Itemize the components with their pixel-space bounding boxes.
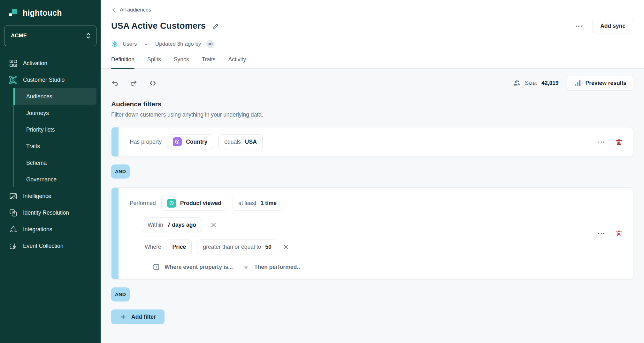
code-view-icon[interactable]	[149, 79, 157, 87]
sidebar-item-customer-studio[interactable]: Customer Studio	[0, 72, 101, 88]
intelligence-icon	[9, 192, 18, 201]
redo-icon[interactable]	[130, 80, 137, 87]
time-window-chip[interactable]: Within 7 days ago	[142, 217, 202, 232]
avatar[interactable]: JD	[206, 40, 214, 48]
logo[interactable]: hightouch	[0, 0, 101, 18]
sidebar-item-label: Intelligence	[23, 193, 51, 200]
workspace-name: ACME	[11, 33, 27, 39]
add-event-property-link[interactable]: Where event property is...	[153, 263, 233, 271]
sidebar-item-intelligence[interactable]: Intelligence	[0, 188, 101, 204]
sidebar-item-integrations[interactable]: Integrations	[0, 221, 101, 238]
filter-more-options-icon[interactable]	[597, 230, 605, 237]
tab-definition[interactable]: Definition	[111, 56, 134, 68]
then-performed-link[interactable]: Then performed..	[242, 263, 300, 271]
sidebar-item-priority-lists[interactable]: Priority lists	[13, 121, 96, 138]
add-event-property-label: Where event property is...	[165, 264, 233, 271]
sidebar-item-label: Event Collection	[23, 243, 63, 249]
preview-results-label: Preview results	[586, 80, 626, 87]
delete-filter-icon[interactable]	[615, 138, 623, 146]
plus-square-icon	[153, 263, 160, 271]
clock-icon	[167, 199, 176, 208]
updated-text: Updated 3h ago by	[155, 41, 201, 47]
where-label: Where	[145, 244, 161, 250]
snowflake-source-icon	[111, 41, 119, 48]
event-chip-product-viewed[interactable]: Product viewed	[161, 196, 227, 210]
customer-studio-subnav: Audiences Journeys Priority lists Traits…	[13, 88, 96, 188]
definition-content: Size: 42,019 Preview results Audience fi…	[101, 69, 644, 343]
customer-studio-icon	[9, 76, 18, 84]
frequency-value: 1 time	[260, 200, 277, 207]
undo-icon[interactable]	[111, 80, 119, 87]
condition-value: USA	[245, 139, 257, 145]
sidebar-item-audiences[interactable]: Audiences	[13, 88, 96, 105]
sidebar-item-identity-resolution[interactable]: Identity Resolution	[0, 204, 101, 221]
tab-syncs[interactable]: Syncs	[174, 56, 189, 68]
property-filter-card: Has property Country equals USA	[111, 127, 633, 157]
preview-results-button[interactable]: Preview results	[567, 76, 633, 90]
people-group-icon	[513, 79, 521, 87]
where-value: 50	[265, 244, 271, 250]
where-property-chip[interactable]: Price	[167, 240, 192, 254]
tab-activity[interactable]: Activity	[228, 56, 246, 68]
tabs-bar: Definition Splits Syncs Traits Activity	[101, 56, 644, 69]
sidebar: hightouch ACME Activation	[0, 0, 101, 343]
condition-operator: equals	[224, 139, 241, 145]
sidebar-item-label: Identity Resolution	[23, 210, 69, 216]
sidebar-item-label: Integrations	[23, 226, 52, 233]
sidebar-item-schema[interactable]: Schema	[13, 155, 96, 171]
sidebar-item-governance[interactable]: Governance	[13, 171, 96, 188]
window-value: 7 days ago	[167, 222, 196, 228]
condition-chip-equals-usa[interactable]: equals USA	[218, 134, 263, 149]
and-operator-badge[interactable]: AND	[111, 164, 130, 179]
sidebar-item-label: Audiences	[26, 93, 52, 100]
where-condition-chip[interactable]: greater than or equal to 50	[197, 240, 277, 254]
frequency-operator: at least	[238, 200, 256, 207]
sidebar-item-label: Journeys	[26, 110, 49, 117]
sidebar-item-label: Customer Studio	[23, 77, 65, 83]
integrations-icon	[9, 225, 18, 234]
source-name[interactable]: Users	[123, 41, 137, 47]
property-chip-country[interactable]: Country	[167, 134, 213, 149]
activation-icon	[9, 59, 18, 68]
sidebar-item-event-collection[interactable]: Event Collection	[0, 238, 101, 254]
edit-title-pencil-icon[interactable]	[212, 22, 220, 30]
event-collection-icon	[9, 242, 18, 250]
tab-traits[interactable]: Traits	[202, 56, 215, 68]
where-operator: greater than or equal to	[203, 244, 261, 250]
add-sync-button[interactable]: Add sync	[593, 19, 633, 33]
sidebar-item-activation[interactable]: Activation	[0, 55, 101, 72]
sidebar-item-journeys[interactable]: Journeys	[13, 105, 96, 121]
title-row: USA Active Customers Add sync	[111, 19, 633, 33]
page-title: USA Active Customers	[111, 21, 206, 31]
add-filter-label: Add filter	[131, 314, 156, 320]
sidebar-item-traits[interactable]: Traits	[13, 138, 96, 155]
sidebar-item-label: Activation	[23, 60, 47, 67]
cube-icon	[173, 137, 182, 146]
and-operator-badge[interactable]: AND	[111, 287, 130, 301]
sidebar-item-label: Schema	[26, 160, 47, 166]
editor-toolbar: Size: 42,019 Preview results	[111, 76, 633, 90]
chevron-up-down-icon	[86, 32, 91, 40]
size-label: Size:	[525, 80, 537, 87]
identity-resolution-icon	[9, 209, 18, 217]
audience-size: Size: 42,019	[513, 79, 558, 87]
filter-more-options-icon[interactable]	[597, 138, 605, 146]
workspace-selector[interactable]: ACME	[4, 26, 96, 46]
breadcrumb-label: All audiences	[120, 7, 151, 13]
add-filter-button[interactable]: Add filter	[111, 309, 165, 324]
sidebar-item-label: Priority lists	[26, 126, 55, 133]
more-options-icon[interactable]	[575, 22, 583, 30]
sidebar-item-label: Traits	[26, 143, 40, 150]
delete-filter-icon[interactable]	[615, 230, 623, 237]
where-property: Price	[172, 244, 186, 250]
page-header: All audiences USA Active Customers Add s…	[101, 0, 644, 69]
remove-where-condition-icon[interactable]	[283, 244, 289, 250]
remove-time-window-icon[interactable]	[210, 222, 217, 228]
sidebar-nav: Activation Customer Studio Audiences	[0, 55, 101, 254]
breadcrumb-all-audiences[interactable]: All audiences	[111, 0, 151, 13]
frequency-chip[interactable]: at least 1 time	[233, 196, 282, 210]
tab-splits[interactable]: Splits	[147, 56, 161, 68]
event-name: Product viewed	[180, 200, 221, 207]
audience-filters-title: Audience filters	[111, 100, 633, 108]
plus-icon	[120, 314, 126, 320]
